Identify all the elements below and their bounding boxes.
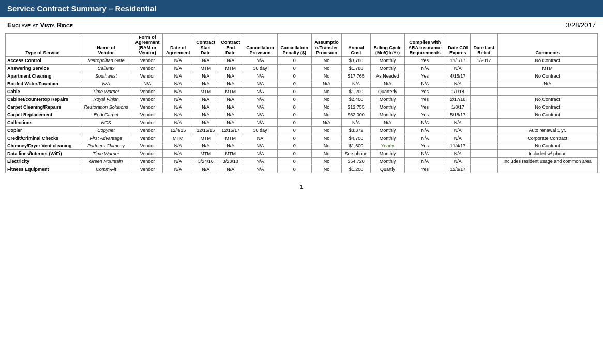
table-cell: CallMax [80, 65, 132, 72]
table-cell: Partners Chimney [80, 142, 132, 150]
table-cell: 0 [277, 165, 311, 173]
table-row: Answering ServiceCallMaxVendorN/AMTMMTM3… [6, 65, 598, 72]
col-complies: Complies withARA InsuranceRequirements [405, 34, 445, 57]
table-cell: 12/4/15 [163, 127, 193, 134]
table-cell: N/A [218, 72, 243, 80]
col-start: ContractStartDate [193, 34, 218, 57]
table-cell: N/A [445, 127, 471, 134]
table-cell: No [311, 165, 342, 173]
table-cell: $1,788 [342, 65, 370, 72]
col-comments: Comments [498, 34, 598, 57]
table-cell: N/A [445, 65, 471, 72]
table-cell: NCS [80, 119, 132, 127]
table-cell: N/A [311, 80, 342, 88]
col-assumption: Assumption/TransferProvision [311, 34, 342, 57]
table-cell: 12/6/17 [445, 165, 471, 173]
table-cell: Electricity [6, 158, 80, 165]
table-cell: 0 [277, 119, 311, 127]
col-vendor: Name ofVendor [80, 34, 132, 57]
table-cell: $62,000 [342, 111, 370, 119]
table-cell: N/A [163, 111, 193, 119]
table-cell: 0 [277, 88, 311, 96]
table-cell: Yes [405, 165, 445, 173]
table-cell: Collections [6, 119, 80, 127]
table-cell: 4/15/17 [445, 72, 471, 80]
table-cell: Vendor [132, 111, 163, 119]
table-cell: 0 [277, 103, 311, 111]
table-cell: N/A [218, 96, 243, 103]
table-cell: Time Warner [80, 88, 132, 96]
table-cell: Quarterly [370, 88, 405, 96]
table-cell: $3,780 [342, 57, 370, 65]
table-cell: Time Warner [80, 150, 132, 158]
table-cell: N/A [193, 103, 218, 111]
table-cell: Monthly [370, 103, 405, 111]
table-cell: N/A [163, 80, 193, 88]
table-cell [471, 142, 498, 150]
table-cell: Quartly [370, 165, 405, 173]
table-cell: MTM [218, 134, 243, 142]
table-cell: 12/15/15 [193, 127, 218, 134]
col-date-agreement: Date ofAgreement [163, 34, 193, 57]
table-cell: N/A [163, 142, 193, 150]
table-row: Data lines/Internet (WiFi)Time WarnerVen… [6, 150, 598, 158]
table-cell: MTM [193, 88, 218, 96]
table-cell: N/A [218, 142, 243, 150]
table-cell: 0 [277, 158, 311, 165]
table-cell: No [311, 65, 342, 72]
col-cancel-penalty: CancellationPenalty ($) [277, 34, 311, 57]
table-cell: Vendor [132, 127, 163, 134]
table-cell: Access Control [6, 57, 80, 65]
table-cell: Vendor [132, 88, 163, 96]
table-cell: $4,700 [342, 134, 370, 142]
table-cell: 12/15/17 [218, 127, 243, 134]
table-cell: N/A [218, 57, 243, 65]
table-cell: N/A [163, 72, 193, 80]
table-cell [471, 96, 498, 103]
table-cell [471, 103, 498, 111]
table-cell: Vendor [132, 119, 163, 127]
table-cell: $17,765 [342, 72, 370, 80]
table-cell: N/A [498, 80, 598, 88]
table-cell [471, 65, 498, 72]
table-cell: N/A [163, 158, 193, 165]
table-cell: First Advantage [80, 134, 132, 142]
table-cell: N/A [193, 80, 218, 88]
table-row: Access ControlMetropolitan GateVendorN/A… [6, 57, 598, 65]
table-cell [471, 72, 498, 80]
table-cell: Yes [405, 88, 445, 96]
table-cell: N/A [243, 103, 277, 111]
table-cell: Monthly [370, 150, 405, 158]
table-cell: N/A [405, 119, 445, 127]
table-cell: Restoration Solutions [80, 103, 132, 111]
col-form: Form ofAgreement(RAM orVendor) [132, 34, 163, 57]
page-number: 1 [0, 178, 603, 195]
table-cell: Vendor [132, 65, 163, 72]
table-cell: N/A [445, 150, 471, 158]
table-cell: MTM [193, 134, 218, 142]
table-cell: N/A [193, 165, 218, 173]
table-cell: No Contract [498, 111, 598, 119]
table-cell: Answering Service [6, 65, 80, 72]
table-cell: N/A [243, 80, 277, 88]
table-cell: $12,755 [342, 103, 370, 111]
property-name: Enclave at Vista Ridge [7, 21, 73, 29]
table-cell: Metropolitan Gate [80, 57, 132, 65]
table-row: CopierCopynetVendor12/4/1512/15/1512/15/… [6, 127, 598, 134]
table-cell: 0 [277, 150, 311, 158]
table-cell: N/A [405, 134, 445, 142]
table-cell: 11/4/17 [445, 142, 471, 150]
table-row: Fitness EquipmentComm-FitVendorN/AN/AN/A… [6, 165, 598, 173]
table-cell: Data lines/Internet (WiFi) [6, 150, 80, 158]
table-cell: No [311, 142, 342, 150]
table-cell: Yes [405, 72, 445, 80]
table-cell: Included w/ phone [498, 150, 598, 158]
table-cell: $3,372 [342, 127, 370, 134]
table-cell: See phone [342, 150, 370, 158]
table-cell: N/A [163, 96, 193, 103]
doc-date: 3/28/2017 [566, 21, 596, 29]
table-cell: Cabinet/countertop Repairs [6, 96, 80, 103]
table-row: Carpet ReplacementRedi CarpetVendorN/AN/… [6, 111, 598, 119]
table-cell: 11/1/17 [445, 57, 471, 65]
table-cell [498, 165, 598, 173]
